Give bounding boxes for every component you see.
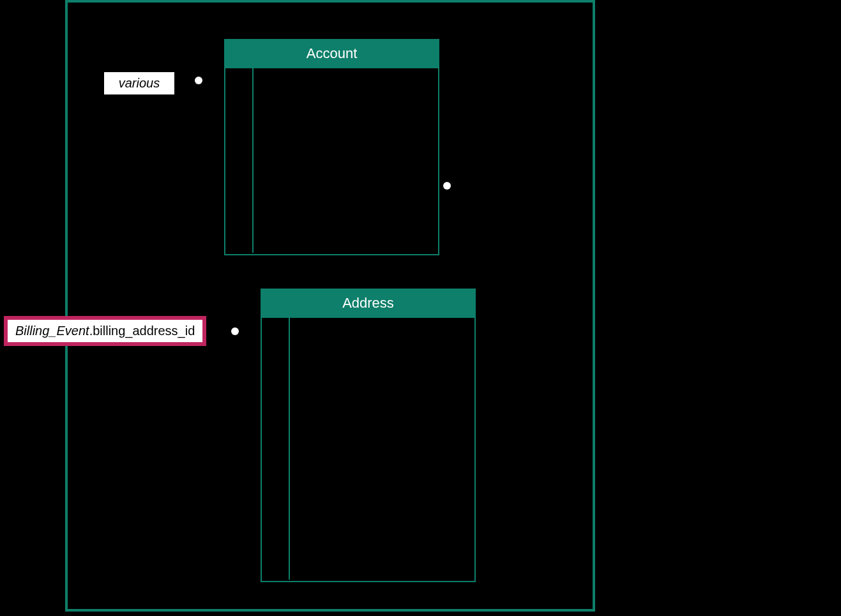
entity-account-keycol [225, 68, 254, 253]
tag-billing-event-column: .billing_address_id [89, 324, 195, 338]
entity-address-keycol [262, 318, 290, 580]
entity-address-title: Address [262, 290, 474, 318]
entity-account-body [225, 68, 438, 253]
tag-billing-event-table: Billing_Event [15, 324, 89, 338]
entity-address-fieldcol [290, 318, 474, 580]
diagram-stage: Account Address various Billing_Event.bi… [0, 0, 841, 616]
entity-address: Address [261, 289, 476, 582]
entity-address-body [262, 318, 474, 580]
entity-account-fieldcol [254, 68, 438, 253]
connector-dot [443, 182, 451, 190]
entity-account: Account [224, 39, 439, 255]
entity-account-title: Account [225, 40, 438, 68]
tag-various: various [104, 72, 174, 94]
connector-dot [195, 77, 202, 84]
connector-dot [231, 327, 239, 335]
tag-billing-event: Billing_Event.billing_address_id [4, 316, 206, 346]
